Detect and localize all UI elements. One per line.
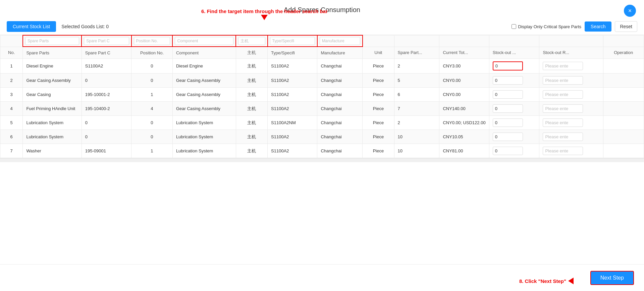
stock-out-remark-input[interactable] — [543, 76, 583, 85]
cell-no: 1 — [0, 59, 23, 74]
next-step-button[interactable]: Next Step — [590, 271, 634, 285]
col-header-position-no: Position No. — [131, 47, 173, 59]
cell-manufacturer: Changchai — [317, 130, 363, 144]
col-header-type-spec: Type/Specifi — [268, 47, 317, 59]
cell-unit: Piece — [363, 130, 394, 144]
cell-stock-out-remark[interactable] — [539, 116, 603, 130]
cell-stock-out-qty[interactable] — [489, 144, 539, 158]
stock-out-qty-input[interactable] — [493, 118, 523, 127]
cell-part-code: 0 — [82, 130, 131, 144]
cell-spare-parts: Lubrication System — [23, 130, 82, 144]
stock-out-qty-input[interactable] — [493, 133, 523, 141]
cell-zhuji: 主机 — [236, 74, 267, 88]
col-header-component: Component — [172, 47, 236, 59]
cell-stock-out-remark[interactable] — [539, 144, 603, 158]
cell-unit: Piece — [363, 74, 394, 88]
cell-current-total: CNY10.05 — [439, 130, 489, 144]
cell-stock-out-qty[interactable] — [489, 102, 539, 116]
table-row: 3 Gear Casing 195-10001-2 1 Gear Casing … — [0, 88, 644, 102]
cell-current-total: CNY140.00 — [439, 102, 489, 116]
cell-type-spec: S1100A2 — [268, 74, 317, 88]
cell-component: Diesel Engine — [172, 59, 236, 74]
cell-part-code: 195-10001-2 — [82, 88, 131, 102]
cell-stock-out-remark[interactable] — [539, 88, 603, 102]
cell-current-total: CNY0.00; USD122.00 — [439, 116, 489, 130]
filter-zhuji-input[interactable] — [238, 37, 265, 45]
table-row: 2 Gear Casing Assembly 0 0 Gear Casing A… — [0, 74, 644, 88]
filter-part-code-input[interactable] — [84, 37, 129, 45]
filter-spare-parts[interactable] — [23, 35, 82, 47]
stock-out-remark-input[interactable] — [543, 147, 583, 155]
cell-stock-out-remark[interactable] — [539, 102, 603, 116]
cell-stock-out-qty[interactable] — [489, 88, 539, 102]
cell-unit: Piece — [363, 102, 394, 116]
cell-zhuji: 主机 — [236, 116, 267, 130]
filter-typespec-input[interactable] — [270, 37, 315, 45]
cell-type-spec: S1100A2 — [268, 102, 317, 116]
annotation-search-text: 6. Find the target item through the head… — [201, 8, 328, 14]
filter-mfr-input[interactable] — [320, 37, 360, 45]
cell-operation — [603, 130, 644, 144]
display-critical-checkbox[interactable] — [512, 24, 516, 29]
cell-operation — [603, 102, 644, 116]
cell-component: Lubrication System — [172, 130, 236, 144]
stock-out-qty-input[interactable] — [493, 61, 523, 70]
filter-component-input[interactable] — [175, 37, 233, 45]
cell-operation — [603, 116, 644, 130]
cell-component: Lubrication System — [172, 116, 236, 130]
cell-stock-out-remark[interactable] — [539, 59, 603, 74]
cell-operation — [603, 88, 644, 102]
stock-out-remark-input[interactable] — [543, 90, 583, 99]
current-stock-list-button[interactable]: Current Stock List — [7, 21, 56, 32]
cell-zhuji: 主机 — [236, 88, 267, 102]
filter-zhuji[interactable] — [236, 35, 267, 47]
cell-part-code: 195-10400-2 — [82, 102, 131, 116]
col-header-part-code: Spare Part C — [82, 47, 131, 59]
filter-type-spec[interactable] — [268, 35, 317, 47]
annotation-next-step-text: 8. Click "Next Step" — [519, 278, 566, 284]
col-header-manufacturer: Manufacture — [317, 47, 363, 59]
stock-out-remark-input[interactable] — [543, 104, 583, 113]
display-critical-checkbox-label[interactable]: Display Only Critical Spare Parts — [512, 24, 582, 29]
close-button[interactable]: × — [624, 5, 636, 17]
filter-component[interactable] — [172, 35, 236, 47]
stock-out-remark-input[interactable] — [543, 62, 583, 70]
horizontal-scrollbar[interactable] — [0, 158, 644, 162]
cell-component: Gear Casing Assembly — [172, 74, 236, 88]
cell-stock-out-remark[interactable] — [539, 130, 603, 144]
cell-stock-out-qty[interactable] — [489, 59, 539, 74]
cell-spare-part-no: 5 — [394, 74, 439, 88]
filter-manufacturer[interactable] — [317, 35, 363, 47]
bottom-bar: 8. Click "Next Step" Next Step — [0, 264, 644, 291]
filter-position-no[interactable] — [131, 35, 173, 47]
stock-out-remark-input[interactable] — [543, 133, 583, 141]
cell-no: 5 — [0, 116, 23, 130]
search-button[interactable]: Search — [585, 21, 611, 32]
cell-type-spec: S1100A2 — [268, 130, 317, 144]
cell-zhuji: 主机 — [236, 130, 267, 144]
col-header-spare-parts: Spare Parts — [23, 47, 82, 59]
cell-unit: Piece — [363, 88, 394, 102]
stock-out-qty-input[interactable] — [493, 104, 523, 113]
cell-component: Gear Casing Assembly — [172, 102, 236, 116]
cell-stock-out-qty[interactable] — [489, 116, 539, 130]
cell-stock-out-qty[interactable] — [489, 74, 539, 88]
filter-position-input[interactable] — [134, 37, 170, 45]
cell-spare-part-no: 2 — [394, 59, 439, 74]
filter-row — [0, 35, 644, 47]
filter-spare-parts-input[interactable] — [25, 37, 79, 45]
filter-unit — [363, 35, 394, 47]
stock-out-qty-input[interactable] — [493, 76, 523, 85]
filter-no — [0, 35, 23, 47]
filter-part-code[interactable] — [82, 35, 131, 47]
toolbar: Current Stock List Selected Goods List: … — [0, 18, 644, 35]
stock-out-qty-input[interactable] — [493, 90, 523, 99]
cell-stock-out-qty[interactable] — [489, 130, 539, 144]
stock-out-remark-input[interactable] — [543, 118, 583, 127]
filter-sparepartno — [394, 35, 439, 47]
cell-stock-out-remark[interactable] — [539, 74, 603, 88]
col-header-stock-out-qty: Stock-out ... — [489, 47, 539, 59]
stock-out-qty-input[interactable] — [493, 147, 523, 155]
reset-button[interactable]: Reset — [615, 21, 637, 32]
cell-current-total: CNY0.00 — [439, 74, 489, 88]
